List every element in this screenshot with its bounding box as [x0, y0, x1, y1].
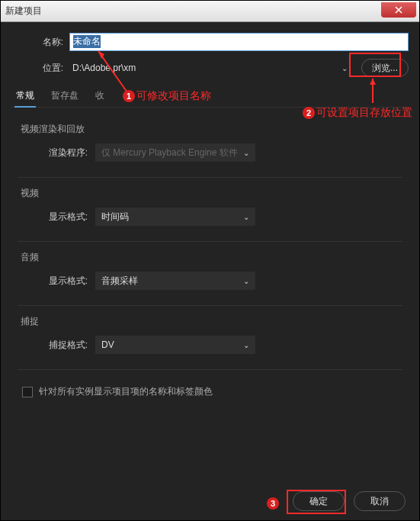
- location-row: 位置: D:\Adobe pr\xm ⌄ 浏览...: [11, 59, 409, 77]
- renderer-label: 渲染程序:: [40, 146, 95, 159]
- renderer-row: 渲染程序: 仅 Mercury Playback Engine 软件 ⌄: [18, 143, 402, 162]
- video-format-value: 时间码: [101, 211, 129, 224]
- close-button[interactable]: [381, 2, 416, 18]
- audio-format-select[interactable]: 音频采样 ⌄: [95, 272, 255, 290]
- section-video-title: 视频: [18, 187, 402, 200]
- chevron-down-icon: ⌄: [341, 64, 348, 72]
- location-value: D:\Adobe pr\xm: [72, 63, 136, 73]
- ok-button[interactable]: 确定: [293, 491, 345, 511]
- renderer-select: 仅 Mercury Playback Engine 软件 ⌄: [95, 143, 255, 162]
- name-input[interactable]: 未命名: [69, 33, 409, 51]
- video-format-row: 显示格式: 时间码 ⌄: [18, 207, 402, 226]
- section-capture-title: 捕捉: [18, 315, 402, 328]
- general-panel: 视频渲染和回放 渲染程序: 仅 Mercury Playback Engine …: [11, 108, 409, 398]
- capture-format-value: DV: [101, 339, 114, 350]
- window-title: 新建项目: [5, 5, 42, 18]
- tab-general[interactable]: 常规: [14, 85, 36, 107]
- section-capture: 捕捉 捕捉格式: DV ⌄: [18, 306, 402, 370]
- chevron-down-icon: ⌄: [243, 277, 249, 285]
- chevron-down-icon: ⌄: [243, 213, 249, 221]
- browse-button[interactable]: 浏览...: [361, 59, 409, 77]
- name-label: 名称:: [11, 36, 69, 49]
- footer: 确定 取消: [293, 491, 406, 511]
- video-format-label: 显示格式:: [40, 211, 95, 224]
- ok-label: 确定: [309, 495, 328, 508]
- video-format-select[interactable]: 时间码 ⌄: [95, 207, 255, 226]
- show-names-checkbox[interactable]: [22, 387, 33, 397]
- annotation-3: 3: [267, 497, 281, 510]
- tabs: 常规 暂存盘 收: [11, 85, 409, 108]
- checkbox-label: 针对所有实例显示项目项的名称和标签颜色: [39, 385, 213, 398]
- cancel-button[interactable]: 取消: [354, 491, 406, 511]
- titlebar: 新建项目: [1, 1, 419, 22]
- tab-ingest[interactable]: 收: [94, 85, 106, 107]
- location-dropdown[interactable]: D:\Adobe pr\xm ⌄: [69, 61, 357, 75]
- section-audio: 音频 显示格式: 音频采样 ⌄: [18, 242, 402, 306]
- capture-format-row: 捕捉格式: DV ⌄: [18, 336, 402, 354]
- audio-format-row: 显示格式: 音频采样 ⌄: [18, 272, 402, 290]
- name-input-value: 未命名: [73, 35, 101, 48]
- section-render: 视频渲染和回放 渲染程序: 仅 Mercury Playback Engine …: [18, 114, 402, 178]
- chevron-down-icon: ⌄: [243, 341, 249, 349]
- cancel-label: 取消: [370, 495, 389, 508]
- audio-format-label: 显示格式:: [40, 275, 95, 288]
- renderer-value: 仅 Mercury Playback Engine 软件: [101, 146, 238, 159]
- chevron-down-icon: ⌄: [243, 149, 249, 157]
- checkbox-row: 针对所有实例显示项目项的名称和标签颜色: [18, 385, 402, 398]
- name-row: 名称: 未命名: [11, 33, 409, 51]
- section-audio-title: 音频: [18, 251, 402, 264]
- location-label: 位置:: [11, 62, 69, 75]
- capture-format-select[interactable]: DV ⌄: [95, 336, 255, 354]
- capture-format-label: 捕捉格式:: [40, 339, 95, 352]
- annotation-badge-3: 3: [267, 497, 279, 510]
- tab-scratch[interactable]: 暂存盘: [50, 85, 80, 107]
- browse-label: 浏览...: [372, 62, 398, 75]
- section-render-title: 视频渲染和回放: [18, 123, 402, 136]
- close-icon: [395, 6, 402, 14]
- audio-format-value: 音频采样: [101, 275, 138, 288]
- dialog-body: 名称: 未命名 位置: D:\Adobe pr\xm ⌄ 浏览... 常规 暂存…: [1, 22, 419, 521]
- section-video: 视频 显示格式: 时间码 ⌄: [18, 178, 402, 242]
